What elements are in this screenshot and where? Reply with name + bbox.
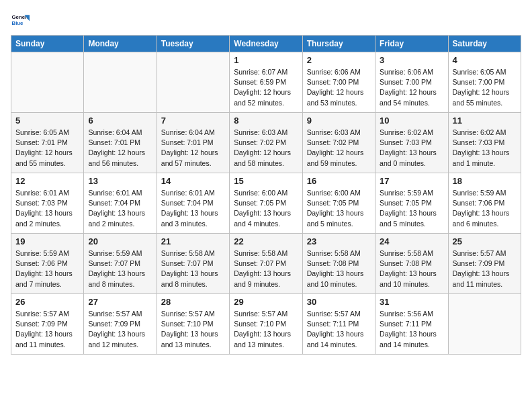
svg-text:Blue: Blue (12, 20, 24, 26)
day-number: 30 (307, 297, 371, 307)
day-number: 16 (307, 176, 371, 186)
calendar-cell: 15Sunrise: 6:00 AM Sunset: 7:05 PM Dayli… (230, 173, 302, 234)
calendar-cell: 1Sunrise: 6:07 AM Sunset: 6:59 PM Daylig… (230, 52, 302, 113)
calendar-cell: 16Sunrise: 6:00 AM Sunset: 7:05 PM Dayli… (302, 173, 375, 234)
calendar-cell: 2Sunrise: 6:06 AM Sunset: 7:00 PM Daylig… (302, 52, 375, 113)
day-number: 10 (380, 116, 443, 126)
day-number: 7 (161, 116, 225, 126)
day-info: Sunrise: 6:01 AM Sunset: 7:03 PM Dayligh… (15, 188, 79, 229)
calendar-cell (84, 52, 157, 113)
calendar-cell: 3Sunrise: 6:06 AM Sunset: 7:00 PM Daylig… (375, 52, 448, 113)
day-number: 6 (88, 116, 152, 126)
day-info: Sunrise: 5:56 AM Sunset: 7:11 PM Dayligh… (380, 309, 443, 350)
calendar-cell: 27Sunrise: 5:57 AM Sunset: 7:09 PM Dayli… (84, 294, 157, 355)
page-header: General Blue (11, 11, 521, 30)
day-number: 31 (380, 297, 443, 307)
day-info: Sunrise: 5:59 AM Sunset: 7:06 PM Dayligh… (453, 188, 517, 229)
calendar-cell: 30Sunrise: 5:57 AM Sunset: 7:11 PM Dayli… (302, 294, 375, 355)
calendar-cell: 12Sunrise: 6:01 AM Sunset: 7:03 PM Dayli… (11, 173, 84, 234)
day-info: Sunrise: 5:57 AM Sunset: 7:11 PM Dayligh… (307, 309, 371, 350)
calendar-cell: 31Sunrise: 5:56 AM Sunset: 7:11 PM Dayli… (375, 294, 448, 355)
day-number: 9 (307, 116, 371, 126)
weekday-header-thursday: Thursday (302, 36, 375, 52)
day-info: Sunrise: 5:58 AM Sunset: 7:08 PM Dayligh… (380, 248, 443, 289)
calendar-cell: 17Sunrise: 5:59 AM Sunset: 7:05 PM Dayli… (375, 173, 448, 234)
day-number: 19 (15, 236, 79, 246)
day-info: Sunrise: 5:57 AM Sunset: 7:10 PM Dayligh… (234, 309, 298, 350)
calendar-cell (11, 52, 84, 113)
day-number: 1 (234, 55, 298, 65)
weekday-header-wednesday: Wednesday (230, 36, 302, 52)
calendar-week-row: 12Sunrise: 6:01 AM Sunset: 7:03 PM Dayli… (11, 173, 521, 234)
calendar-cell: 24Sunrise: 5:58 AM Sunset: 7:08 PM Dayli… (375, 234, 448, 294)
calendar-table: SundayMondayTuesdayWednesdayThursdayFrid… (11, 35, 521, 355)
calendar-cell: 10Sunrise: 6:02 AM Sunset: 7:03 PM Dayli… (375, 113, 448, 173)
calendar-cell: 22Sunrise: 5:58 AM Sunset: 7:07 PM Dayli… (230, 234, 302, 294)
day-info: Sunrise: 5:57 AM Sunset: 7:09 PM Dayligh… (88, 309, 152, 350)
weekday-header-sunday: Sunday (11, 36, 84, 52)
calendar-cell: 4Sunrise: 6:05 AM Sunset: 7:00 PM Daylig… (448, 52, 521, 113)
day-number: 22 (234, 236, 298, 246)
calendar-cell: 7Sunrise: 6:04 AM Sunset: 7:01 PM Daylig… (157, 113, 229, 173)
day-number: 3 (380, 55, 443, 65)
day-number: 21 (161, 236, 225, 246)
calendar-cell: 11Sunrise: 6:02 AM Sunset: 7:03 PM Dayli… (448, 113, 521, 173)
weekday-header-friday: Friday (375, 36, 448, 52)
day-info: Sunrise: 5:58 AM Sunset: 7:07 PM Dayligh… (161, 248, 225, 289)
day-info: Sunrise: 5:57 AM Sunset: 7:10 PM Dayligh… (161, 309, 225, 350)
day-number: 12 (15, 176, 79, 186)
calendar-cell: 13Sunrise: 6:01 AM Sunset: 7:04 PM Dayli… (84, 173, 157, 234)
day-info: Sunrise: 6:00 AM Sunset: 7:05 PM Dayligh… (307, 188, 371, 229)
day-info: Sunrise: 6:03 AM Sunset: 7:02 PM Dayligh… (234, 128, 298, 169)
day-info: Sunrise: 6:01 AM Sunset: 7:04 PM Dayligh… (88, 188, 152, 229)
weekday-header-saturday: Saturday (448, 36, 521, 52)
day-number: 8 (234, 116, 298, 126)
calendar-cell: 29Sunrise: 5:57 AM Sunset: 7:10 PM Dayli… (230, 294, 302, 355)
calendar-cell: 23Sunrise: 5:58 AM Sunset: 7:08 PM Dayli… (302, 234, 375, 294)
day-info: Sunrise: 5:59 AM Sunset: 7:07 PM Dayligh… (88, 248, 152, 289)
day-info: Sunrise: 5:58 AM Sunset: 7:07 PM Dayligh… (234, 248, 298, 289)
day-info: Sunrise: 6:05 AM Sunset: 7:00 PM Dayligh… (453, 67, 517, 108)
calendar-cell (157, 52, 229, 113)
day-info: Sunrise: 6:07 AM Sunset: 6:59 PM Dayligh… (234, 67, 298, 108)
calendar-cell: 28Sunrise: 5:57 AM Sunset: 7:10 PM Dayli… (157, 294, 229, 355)
calendar-week-row: 1Sunrise: 6:07 AM Sunset: 6:59 PM Daylig… (11, 52, 521, 113)
day-number: 18 (453, 176, 517, 186)
day-info: Sunrise: 5:58 AM Sunset: 7:08 PM Dayligh… (307, 248, 371, 289)
day-number: 13 (88, 176, 152, 186)
calendar-cell: 14Sunrise: 6:01 AM Sunset: 7:04 PM Dayli… (157, 173, 229, 234)
calendar-cell: 6Sunrise: 6:04 AM Sunset: 7:01 PM Daylig… (84, 113, 157, 173)
day-info: Sunrise: 6:04 AM Sunset: 7:01 PM Dayligh… (161, 128, 225, 169)
day-number: 11 (453, 116, 517, 126)
day-number: 28 (161, 297, 225, 307)
weekday-header-monday: Monday (84, 36, 157, 52)
calendar-cell: 20Sunrise: 5:59 AM Sunset: 7:07 PM Dayli… (84, 234, 157, 294)
day-info: Sunrise: 5:59 AM Sunset: 7:05 PM Dayligh… (380, 188, 443, 229)
day-number: 2 (307, 55, 371, 65)
day-number: 5 (15, 116, 79, 126)
calendar-cell: 21Sunrise: 5:58 AM Sunset: 7:07 PM Dayli… (157, 234, 229, 294)
logo: General Blue (11, 11, 32, 30)
day-info: Sunrise: 6:00 AM Sunset: 7:05 PM Dayligh… (234, 188, 298, 229)
day-number: 15 (234, 176, 298, 186)
day-info: Sunrise: 6:05 AM Sunset: 7:01 PM Dayligh… (15, 128, 79, 169)
day-number: 14 (161, 176, 225, 186)
calendar-week-row: 26Sunrise: 5:57 AM Sunset: 7:09 PM Dayli… (11, 294, 521, 355)
calendar-cell: 18Sunrise: 5:59 AM Sunset: 7:06 PM Dayli… (448, 173, 521, 234)
day-info: Sunrise: 6:02 AM Sunset: 7:03 PM Dayligh… (380, 128, 443, 169)
day-number: 17 (380, 176, 443, 186)
day-info: Sunrise: 6:01 AM Sunset: 7:04 PM Dayligh… (161, 188, 225, 229)
day-info: Sunrise: 6:02 AM Sunset: 7:03 PM Dayligh… (453, 128, 517, 169)
calendar-cell: 8Sunrise: 6:03 AM Sunset: 7:02 PM Daylig… (230, 113, 302, 173)
day-info: Sunrise: 5:59 AM Sunset: 7:06 PM Dayligh… (15, 248, 79, 289)
logo-icon: General Blue (11, 11, 30, 30)
day-number: 4 (453, 55, 517, 65)
calendar-header: SundayMondayTuesdayWednesdayThursdayFrid… (11, 36, 521, 52)
calendar-cell (448, 294, 521, 355)
day-number: 29 (234, 297, 298, 307)
calendar-week-row: 19Sunrise: 5:59 AM Sunset: 7:06 PM Dayli… (11, 234, 521, 294)
day-info: Sunrise: 6:06 AM Sunset: 7:00 PM Dayligh… (380, 67, 443, 108)
calendar-cell: 5Sunrise: 6:05 AM Sunset: 7:01 PM Daylig… (11, 113, 84, 173)
calendar-week-row: 5Sunrise: 6:05 AM Sunset: 7:01 PM Daylig… (11, 113, 521, 173)
day-info: Sunrise: 5:57 AM Sunset: 7:09 PM Dayligh… (453, 248, 517, 289)
